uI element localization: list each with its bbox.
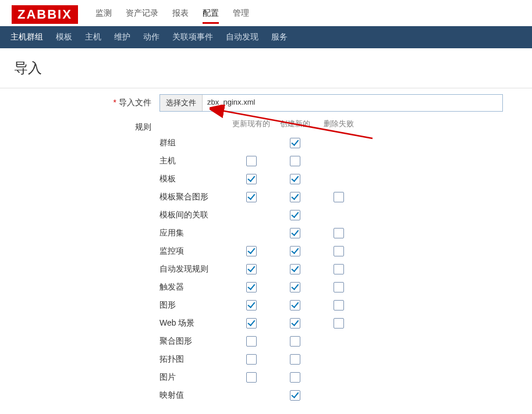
subnav-item[interactable]: 主机 xyxy=(85,26,101,48)
checkbox-create[interactable] xyxy=(290,246,300,256)
rule-row: 模板聚合图形 xyxy=(159,188,360,206)
checkbox-update[interactable] xyxy=(246,192,257,202)
checkbox-update[interactable] xyxy=(246,264,257,274)
rule-row: 群组 xyxy=(159,134,360,152)
rule-label: 聚合图形 xyxy=(159,336,229,347)
rule-row: 触发器 xyxy=(159,278,360,296)
checkbox-create[interactable] xyxy=(290,282,300,292)
subnav-item[interactable]: 维护 xyxy=(114,26,130,48)
checkbox-create[interactable] xyxy=(290,372,300,383)
subnav-item[interactable]: 主机群组 xyxy=(10,26,43,48)
logo: ZABBIX xyxy=(12,5,78,24)
choose-file-button[interactable]: 选择文件 xyxy=(160,95,203,111)
checkbox-delete[interactable] xyxy=(334,246,344,256)
checkbox-create[interactable] xyxy=(290,354,300,365)
rule-row: 模板 xyxy=(159,170,360,188)
page-title: 导入 xyxy=(14,59,518,77)
rule-label: 触发器 xyxy=(159,282,229,292)
checkbox-update[interactable] xyxy=(246,336,257,347)
checkbox-create[interactable] xyxy=(290,336,300,347)
subnav-item[interactable]: 服务 xyxy=(271,26,288,48)
checkbox-create[interactable] xyxy=(290,228,300,238)
top-bar: ZABBIX 监测资产记录报表配置管理 xyxy=(0,0,532,26)
rule-label: 监控项 xyxy=(159,246,229,256)
rule-label: 模板聚合图形 xyxy=(159,192,229,202)
rule-label: 映射值 xyxy=(159,390,229,401)
rule-label: 拓扑图 xyxy=(159,354,229,365)
checkbox-update[interactable] xyxy=(246,354,257,365)
checkbox-create[interactable] xyxy=(290,174,300,184)
subnav-item[interactable]: 自动发现 xyxy=(226,26,258,48)
checkbox-create[interactable] xyxy=(290,210,300,220)
topnav-item[interactable]: 配置 xyxy=(203,5,219,24)
rule-label: Web 场景 xyxy=(159,318,229,329)
col-header-create: 创建新的 xyxy=(273,119,317,129)
checkbox-update[interactable] xyxy=(246,156,257,166)
rules-header: 更新现有的 创建新的 删除失败 xyxy=(159,119,360,129)
checkbox-create[interactable] xyxy=(290,390,300,401)
checkbox-update[interactable] xyxy=(246,372,257,383)
rule-label: 模板间的关联 xyxy=(159,210,229,220)
rule-row: 模板间的关联 xyxy=(159,206,360,224)
topnav-item[interactable]: 管理 xyxy=(233,5,249,24)
rules-table: 更新现有的 创建新的 删除失败 群组主机模板模板聚合图形模板间的关联应用集监控项… xyxy=(159,119,360,404)
subnav-item[interactable]: 关联项事件 xyxy=(172,26,213,48)
file-input[interactable]: 选择文件 zbx_nginx.xml xyxy=(159,94,503,112)
rule-label: 主机 xyxy=(159,156,229,166)
rule-row: 图形 xyxy=(159,296,360,314)
col-header-update: 更新现有的 xyxy=(229,119,273,129)
checkbox-delete[interactable] xyxy=(334,228,344,238)
topnav-item[interactable]: 资产记录 xyxy=(126,5,158,24)
chosen-file-name: zbx_nginx.xml xyxy=(203,95,502,111)
checkbox-create[interactable] xyxy=(290,138,300,148)
rule-row: 自动发现规则 xyxy=(159,260,360,278)
checkbox-update[interactable] xyxy=(246,300,257,310)
rule-label: 图片 xyxy=(159,372,229,383)
checkbox-update[interactable] xyxy=(246,318,257,329)
page-header: 导入 xyxy=(0,48,532,83)
checkbox-update[interactable] xyxy=(246,246,257,256)
topnav-item[interactable]: 报表 xyxy=(172,5,189,24)
checkbox-update[interactable] xyxy=(246,174,257,184)
import-file-row: *导入文件 选择文件 zbx_nginx.xml xyxy=(14,94,518,112)
checkbox-create[interactable] xyxy=(290,318,300,329)
col-header-delete: 删除失败 xyxy=(317,119,360,129)
subnav-item[interactable]: 模板 xyxy=(56,26,72,48)
checkbox-create[interactable] xyxy=(290,300,300,310)
checkbox-delete[interactable] xyxy=(334,264,344,274)
rule-label: 模板 xyxy=(159,174,229,184)
top-nav: 监测资产记录报表配置管理 xyxy=(95,5,249,24)
rule-row: 聚合图形 xyxy=(159,332,360,350)
checkbox-delete[interactable] xyxy=(334,300,344,310)
subnav-item[interactable]: 动作 xyxy=(143,26,159,48)
rule-row: 监控项 xyxy=(159,242,360,260)
rule-row: Web 场景 xyxy=(159,314,360,332)
checkbox-delete[interactable] xyxy=(334,282,344,292)
rule-label: 应用集 xyxy=(159,228,229,238)
content: *导入文件 选择文件 zbx_nginx.xml 规则 更新现有的 创建新的 删… xyxy=(0,88,532,414)
topnav-item[interactable]: 监测 xyxy=(95,5,112,24)
rule-label: 图形 xyxy=(159,300,229,310)
checkbox-update[interactable] xyxy=(246,282,257,292)
import-file-label: *导入文件 xyxy=(14,94,159,108)
sub-nav-bar: 主机群组模板主机维护动作关联项事件自动发现服务 xyxy=(0,26,532,48)
checkbox-create[interactable] xyxy=(290,192,300,202)
rule-row: 映射值 xyxy=(159,386,360,404)
rules-label: 规则 xyxy=(14,119,159,133)
checkbox-create[interactable] xyxy=(290,264,300,274)
rule-label: 群组 xyxy=(159,138,229,148)
rules-row: 规则 更新现有的 创建新的 删除失败 群组主机模板模板聚合图形模板间的关联应用集… xyxy=(14,119,518,404)
checkbox-delete[interactable] xyxy=(334,318,344,329)
checkbox-create[interactable] xyxy=(290,156,300,166)
rule-row: 主机 xyxy=(159,152,360,170)
rule-row: 应用集 xyxy=(159,224,360,242)
rule-row: 图片 xyxy=(159,368,360,386)
rule-row: 拓扑图 xyxy=(159,350,360,368)
rule-label: 自动发现规则 xyxy=(159,264,229,274)
checkbox-delete[interactable] xyxy=(334,192,344,202)
